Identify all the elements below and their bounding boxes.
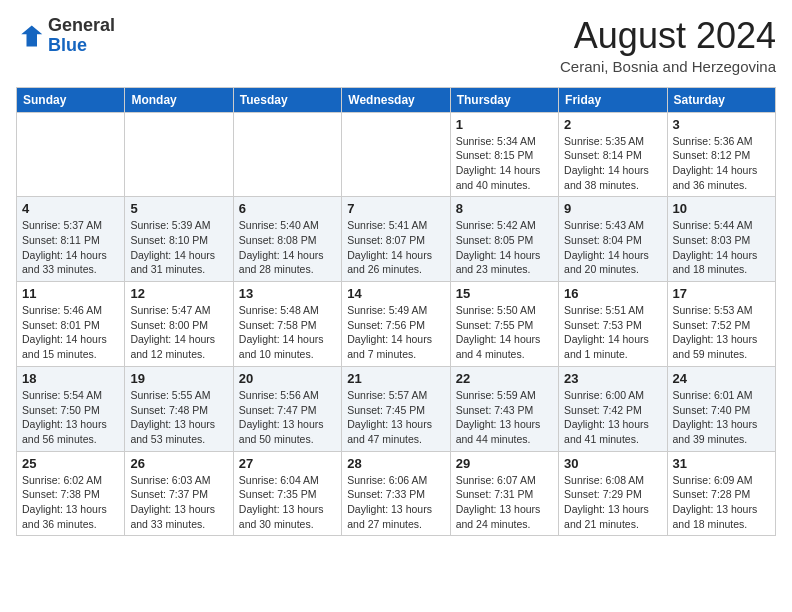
page-header: General Blue August 2024 Cerani, Bosnia … [16, 16, 776, 75]
day-number: 17 [673, 286, 770, 301]
day-info: Sunrise: 5:47 AM Sunset: 8:00 PM Dayligh… [130, 303, 227, 362]
day-number: 14 [347, 286, 444, 301]
logo-general: General [48, 16, 115, 36]
day-number: 13 [239, 286, 336, 301]
calendar-table: SundayMondayTuesdayWednesdayThursdayFrid… [16, 87, 776, 537]
calendar-day-cell: 26Sunrise: 6:03 AM Sunset: 7:37 PM Dayli… [125, 451, 233, 536]
calendar-day-cell: 31Sunrise: 6:09 AM Sunset: 7:28 PM Dayli… [667, 451, 775, 536]
calendar-day-cell: 4Sunrise: 5:37 AM Sunset: 8:11 PM Daylig… [17, 197, 125, 282]
day-number: 11 [22, 286, 119, 301]
weekday-header: Saturday [667, 87, 775, 112]
calendar-day-cell: 27Sunrise: 6:04 AM Sunset: 7:35 PM Dayli… [233, 451, 341, 536]
calendar-week-row: 1Sunrise: 5:34 AM Sunset: 8:15 PM Daylig… [17, 112, 776, 197]
day-number: 21 [347, 371, 444, 386]
day-number: 10 [673, 201, 770, 216]
day-info: Sunrise: 6:04 AM Sunset: 7:35 PM Dayligh… [239, 473, 336, 532]
calendar-day-cell: 15Sunrise: 5:50 AM Sunset: 7:55 PM Dayli… [450, 282, 558, 367]
calendar-day-cell [125, 112, 233, 197]
day-info: Sunrise: 5:41 AM Sunset: 8:07 PM Dayligh… [347, 218, 444, 277]
day-number: 22 [456, 371, 553, 386]
weekday-header: Friday [559, 87, 667, 112]
calendar-day-cell: 21Sunrise: 5:57 AM Sunset: 7:45 PM Dayli… [342, 366, 450, 451]
weekday-header: Tuesday [233, 87, 341, 112]
calendar-day-cell: 23Sunrise: 6:00 AM Sunset: 7:42 PM Dayli… [559, 366, 667, 451]
weekday-header: Wednesday [342, 87, 450, 112]
day-info: Sunrise: 6:01 AM Sunset: 7:40 PM Dayligh… [673, 388, 770, 447]
svg-marker-0 [21, 25, 42, 46]
day-info: Sunrise: 5:35 AM Sunset: 8:14 PM Dayligh… [564, 134, 661, 193]
day-info: Sunrise: 5:59 AM Sunset: 7:43 PM Dayligh… [456, 388, 553, 447]
day-number: 1 [456, 117, 553, 132]
logo-icon [16, 22, 44, 50]
calendar-day-cell: 10Sunrise: 5:44 AM Sunset: 8:03 PM Dayli… [667, 197, 775, 282]
day-info: Sunrise: 5:44 AM Sunset: 8:03 PM Dayligh… [673, 218, 770, 277]
calendar-day-cell: 2Sunrise: 5:35 AM Sunset: 8:14 PM Daylig… [559, 112, 667, 197]
logo: General Blue [16, 16, 115, 56]
calendar-day-cell: 9Sunrise: 5:43 AM Sunset: 8:04 PM Daylig… [559, 197, 667, 282]
calendar-day-cell: 6Sunrise: 5:40 AM Sunset: 8:08 PM Daylig… [233, 197, 341, 282]
day-info: Sunrise: 5:37 AM Sunset: 8:11 PM Dayligh… [22, 218, 119, 277]
calendar-day-cell: 19Sunrise: 5:55 AM Sunset: 7:48 PM Dayli… [125, 366, 233, 451]
day-info: Sunrise: 6:03 AM Sunset: 7:37 PM Dayligh… [130, 473, 227, 532]
day-number: 25 [22, 456, 119, 471]
day-info: Sunrise: 5:51 AM Sunset: 7:53 PM Dayligh… [564, 303, 661, 362]
day-info: Sunrise: 5:57 AM Sunset: 7:45 PM Dayligh… [347, 388, 444, 447]
calendar-week-row: 25Sunrise: 6:02 AM Sunset: 7:38 PM Dayli… [17, 451, 776, 536]
day-number: 19 [130, 371, 227, 386]
day-number: 30 [564, 456, 661, 471]
day-info: Sunrise: 6:06 AM Sunset: 7:33 PM Dayligh… [347, 473, 444, 532]
day-number: 16 [564, 286, 661, 301]
month-year: August 2024 [560, 16, 776, 56]
day-number: 9 [564, 201, 661, 216]
day-info: Sunrise: 5:46 AM Sunset: 8:01 PM Dayligh… [22, 303, 119, 362]
day-info: Sunrise: 5:42 AM Sunset: 8:05 PM Dayligh… [456, 218, 553, 277]
calendar-day-cell: 14Sunrise: 5:49 AM Sunset: 7:56 PM Dayli… [342, 282, 450, 367]
calendar-week-row: 11Sunrise: 5:46 AM Sunset: 8:01 PM Dayli… [17, 282, 776, 367]
calendar-day-cell: 29Sunrise: 6:07 AM Sunset: 7:31 PM Dayli… [450, 451, 558, 536]
day-number: 2 [564, 117, 661, 132]
calendar-day-cell: 25Sunrise: 6:02 AM Sunset: 7:38 PM Dayli… [17, 451, 125, 536]
day-number: 4 [22, 201, 119, 216]
day-number: 5 [130, 201, 227, 216]
calendar-day-cell: 17Sunrise: 5:53 AM Sunset: 7:52 PM Dayli… [667, 282, 775, 367]
day-info: Sunrise: 5:56 AM Sunset: 7:47 PM Dayligh… [239, 388, 336, 447]
calendar-day-cell: 1Sunrise: 5:34 AM Sunset: 8:15 PM Daylig… [450, 112, 558, 197]
day-info: Sunrise: 5:53 AM Sunset: 7:52 PM Dayligh… [673, 303, 770, 362]
day-number: 23 [564, 371, 661, 386]
day-number: 15 [456, 286, 553, 301]
calendar-day-cell: 8Sunrise: 5:42 AM Sunset: 8:05 PM Daylig… [450, 197, 558, 282]
calendar-day-cell: 11Sunrise: 5:46 AM Sunset: 8:01 PM Dayli… [17, 282, 125, 367]
calendar-day-cell: 28Sunrise: 6:06 AM Sunset: 7:33 PM Dayli… [342, 451, 450, 536]
calendar-day-cell: 30Sunrise: 6:08 AM Sunset: 7:29 PM Dayli… [559, 451, 667, 536]
logo-text: General Blue [48, 16, 115, 56]
day-number: 28 [347, 456, 444, 471]
day-number: 20 [239, 371, 336, 386]
day-info: Sunrise: 6:02 AM Sunset: 7:38 PM Dayligh… [22, 473, 119, 532]
day-info: Sunrise: 6:09 AM Sunset: 7:28 PM Dayligh… [673, 473, 770, 532]
calendar-day-cell: 24Sunrise: 6:01 AM Sunset: 7:40 PM Dayli… [667, 366, 775, 451]
weekday-header: Sunday [17, 87, 125, 112]
calendar-week-row: 4Sunrise: 5:37 AM Sunset: 8:11 PM Daylig… [17, 197, 776, 282]
weekday-header: Thursday [450, 87, 558, 112]
day-info: Sunrise: 5:50 AM Sunset: 7:55 PM Dayligh… [456, 303, 553, 362]
day-number: 6 [239, 201, 336, 216]
day-number: 26 [130, 456, 227, 471]
day-number: 31 [673, 456, 770, 471]
day-number: 7 [347, 201, 444, 216]
day-info: Sunrise: 5:36 AM Sunset: 8:12 PM Dayligh… [673, 134, 770, 193]
day-info: Sunrise: 5:55 AM Sunset: 7:48 PM Dayligh… [130, 388, 227, 447]
weekday-header: Monday [125, 87, 233, 112]
day-info: Sunrise: 5:48 AM Sunset: 7:58 PM Dayligh… [239, 303, 336, 362]
day-info: Sunrise: 5:43 AM Sunset: 8:04 PM Dayligh… [564, 218, 661, 277]
day-number: 8 [456, 201, 553, 216]
title-area: August 2024 Cerani, Bosnia and Herzegovi… [560, 16, 776, 75]
day-number: 27 [239, 456, 336, 471]
calendar-day-cell: 3Sunrise: 5:36 AM Sunset: 8:12 PM Daylig… [667, 112, 775, 197]
calendar-day-cell: 5Sunrise: 5:39 AM Sunset: 8:10 PM Daylig… [125, 197, 233, 282]
day-info: Sunrise: 6:07 AM Sunset: 7:31 PM Dayligh… [456, 473, 553, 532]
location: Cerani, Bosnia and Herzegovina [560, 58, 776, 75]
calendar-day-cell [233, 112, 341, 197]
calendar-day-cell: 20Sunrise: 5:56 AM Sunset: 7:47 PM Dayli… [233, 366, 341, 451]
day-number: 12 [130, 286, 227, 301]
calendar-week-row: 18Sunrise: 5:54 AM Sunset: 7:50 PM Dayli… [17, 366, 776, 451]
